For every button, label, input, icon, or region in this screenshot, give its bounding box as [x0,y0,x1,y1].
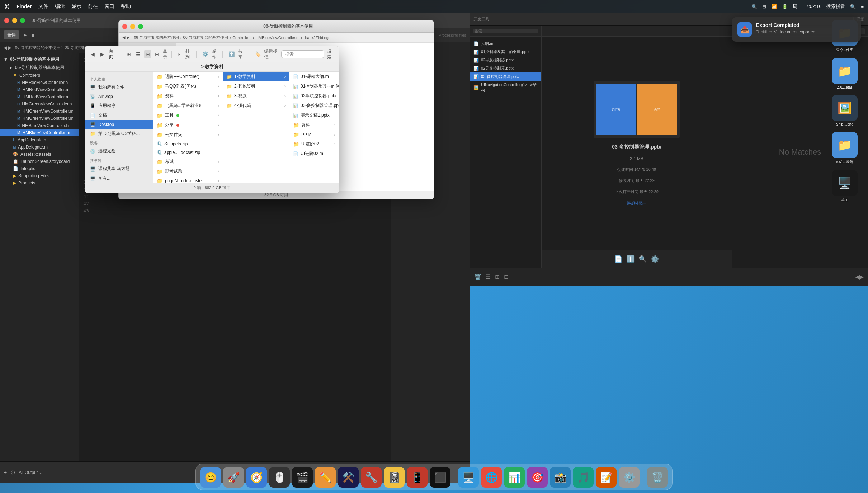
bottom-list-icon[interactable]: ☰ [486,273,491,280]
nav-hmred-m2[interactable]: M HMRedViewController.m [0,93,79,100]
fb-item-01[interactable]: 📊 01控制器及其---的创建.pptx [470,48,541,56]
share-btn[interactable]: ⬆️ [227,50,236,58]
menubar-control-center[interactable]: ⊞ [762,4,766,9]
list-view-btn[interactable]: ☰ [135,50,142,58]
dock-finder[interactable]: 😊 [200,467,221,488]
sidebar-apps[interactable]: 📱 应用程序 [85,101,153,111]
filter-icon[interactable]: ⊙ [10,469,15,476]
bottom-nav-icon[interactable]: ◀▶ [855,273,864,280]
sidebar-remote-disk[interactable]: 💿 远程光盘 [85,146,153,156]
menubar-finder[interactable]: Finder [16,4,32,9]
dock-launchpad[interactable]: 🚀 [223,467,244,488]
col1-item-qq[interactable]: 📁 马QQ列表(优化) › [153,81,223,91]
plus-button[interactable]: + [4,469,7,476]
dock-pencil[interactable]: ✏️ [315,467,336,488]
dock-video[interactable]: 🎬 [292,467,313,488]
dock-xcode[interactable]: ⚒️ [338,467,359,488]
col3-item-ppts[interactable]: 📁 PPTs › [289,130,339,139]
dock-app7[interactable]: 📝 [596,467,617,488]
arrange-btn[interactable]: ⊡ [176,50,183,58]
bottom-col-icon[interactable]: ⊟ [504,273,509,280]
nav-assets[interactable]: 🎨 Assets.xcassets [0,151,79,158]
sidebar-airdrop[interactable]: 📡 AirDrop [85,92,153,101]
sidebar-docs[interactable]: 📄 文稿 [85,111,153,120]
tag-btn[interactable]: 🏷️ [253,50,262,58]
dock-browser[interactable]: 🌐 [481,467,502,488]
finder2-close[interactable] [122,24,127,29]
col1-item-snippets[interactable]: 🗜️ Snippets.zip [153,140,223,148]
nav-supporting[interactable]: ▶ Supporting Files [0,172,79,179]
nav-hmgreen-m2[interactable]: M HMGreenViewController.m [0,115,79,122]
nav-launch[interactable]: 📋 LaunchScreen.storyboard [0,158,79,165]
desktop-icon-4[interactable]: 🖥️ 桌面 [825,170,864,202]
menubar-help[interactable]: 帮助 [121,3,131,10]
menubar-wifi[interactable]: 📶 [771,4,777,9]
bc-forward[interactable]: ▶ [127,35,129,40]
col2-item-other[interactable]: 📁 2-其他资料 › [223,81,289,91]
nav-forward[interactable]: ▶ [8,45,11,50]
col3-item-03multi[interactable]: 📊 03-多控制器管理.pptx [289,101,339,111]
col2-item-video[interactable]: 📁 3-视频 › [223,91,289,101]
col1-item-share[interactable]: 📁 分享 › [153,120,223,130]
nav-group-root[interactable]: ▼ 06-导航控制器的基本使用 [0,55,79,64]
sidebar-all-shared[interactable]: 🖥️ 所有... [85,174,153,183]
preview-info-icon[interactable]: ℹ️ [627,255,635,263]
dock-app3[interactable]: 📊 [504,467,525,488]
menubar-go[interactable]: 前往 [88,3,98,10]
col3-item-create[interactable]: 📊 01控制器及其---的创建.pptx [289,81,339,91]
file-thumb-search[interactable] [473,29,538,33]
cover-flow-btn[interactable]: ⊞ [154,50,161,58]
col3-item-resource[interactable]: 📁 资料 › [289,120,339,130]
fb-item-dagan[interactable]: 📄 大纲.m [470,39,541,48]
col1-item-controller[interactable]: 📁 进阶----Controller) › [153,72,223,81]
dock-app-red[interactable]: 📱 [407,467,428,488]
dock-app8[interactable]: ⚙️ [619,467,640,488]
menubar-menu-icon[interactable]: ≡ [861,4,864,9]
icon-view-btn[interactable]: ⊞ [125,50,132,58]
col1-item-material[interactable]: 📁 资料 › [153,91,223,101]
nav-back[interactable]: ◀ [4,45,7,50]
col2-item-source[interactable]: 📁 4-源代码 › [223,101,289,111]
finder2-minimize[interactable] [130,24,135,29]
preview-new-icon[interactable]: 📄 [614,255,622,263]
pause-button[interactable]: 暂停 [4,30,19,39]
sidebar-all-files[interactable]: 🖥️ 我的所有文件 [85,83,153,92]
menubar-siri[interactable]: 🔍 [751,4,757,9]
sidebar-13week[interactable]: 📁 第13期黑马iOS学科... [85,129,153,138]
bottom-grid-icon[interactable]: ⊞ [495,273,500,280]
col3-item-uiadv02[interactable]: 📁 UI进阶02 › [289,139,339,149]
dock-mouse[interactable]: 🖱️ [269,467,290,488]
menubar-window[interactable]: 窗口 [104,3,114,10]
stop-button[interactable]: ⏹ [31,33,35,37]
nav-info[interactable]: 📄 Info.plist [0,165,79,172]
nav-hmblue-m[interactable]: M HMBlueViewController.m [0,129,79,136]
col1-item-heima[interactable]: 📁 （黑马...学科就业班 › [153,101,223,111]
preview-gear-icon[interactable]: ⚙️ [651,255,659,263]
desktop-icon-1[interactable]: 📁 ZJL...etail [825,58,864,89]
finder2-fullscreen[interactable] [138,24,143,29]
menubar-battery[interactable]: 🔋 [782,4,788,9]
nav-forward-btn[interactable]: ▶ [99,50,106,58]
action-btn[interactable]: ⚙️ [201,50,210,58]
col2-item-teach[interactable]: 📁 1-教学资料 › [223,72,289,81]
fb-item-02b[interactable]: 📊 02导航控制器.pptx [470,64,541,72]
menubar-view[interactable]: 显示 [71,3,81,10]
col1-item-exam[interactable]: 📁 考试 › [153,157,223,166]
nav-products[interactable]: ▶ Products [0,179,79,187]
nav-hmgreen-m1[interactable]: M HMGreenViewController.m [0,108,79,115]
dock-app2[interactable]: 🖥️ [458,467,479,488]
finder-search-input[interactable] [281,50,324,58]
nav-appdelegate-h[interactable]: H AppDelegate.h [0,136,79,144]
fb-item-03[interactable]: 📊 03-多控制器管理.pptx [470,72,541,81]
desktop-icon-2[interactable]: 🖼️ Snip....png [825,95,864,126]
nav-hmred-m1[interactable]: M HMRedViewController.m [0,86,79,93]
nav-appdelegate-m[interactable]: M AppDelegate.m [0,144,79,151]
fb-item-uinav[interactable]: 🖼️ UINavigationController的view结构 [470,81,541,94]
col1-item-period-exam[interactable]: 📁 期考试题 › [153,166,223,176]
nav-controllers[interactable]: ▼ Controllers [0,72,79,79]
dock-notes[interactable]: 📓 [384,467,405,488]
close-button[interactable] [4,18,9,23]
menubar-file[interactable]: 文件 [38,3,48,10]
bottom-trash-icon[interactable]: 🗑️ [474,273,481,280]
col3-item-slides[interactable]: 📊 演示文稿1.pptx [289,111,339,120]
